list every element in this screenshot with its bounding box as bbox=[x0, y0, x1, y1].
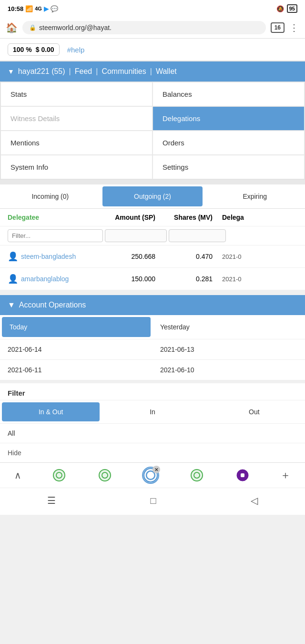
filter-in-out-btn[interactable]: In & Out bbox=[2, 402, 100, 421]
date-cell-2: 2021-0 bbox=[222, 276, 297, 283]
menu-item-delegations[interactable]: Delegations bbox=[152, 106, 305, 131]
menu-mentions-label: Mentions bbox=[10, 139, 40, 147]
date-0611-btn[interactable]: 2021-06-11 bbox=[0, 360, 152, 380]
feed-link[interactable]: Feed bbox=[75, 67, 92, 76]
home-icon[interactable]: 🏠 bbox=[6, 22, 18, 33]
status-right: 🔕 95 bbox=[276, 4, 297, 13]
menu-settings-label: Settings bbox=[163, 163, 188, 171]
delegations-table: Delegatee Amount (SP) Shares (MV) Delega… bbox=[0, 209, 305, 290]
table-row: 👤 steem-bangladesh 250.668 0.470 2021-0 bbox=[0, 245, 305, 268]
dollar-value: $ 0.00 bbox=[36, 46, 54, 53]
help-link[interactable]: #help bbox=[67, 46, 85, 54]
percent-value: 100 % bbox=[13, 46, 32, 53]
menu-stats-label: Stats bbox=[10, 90, 27, 98]
username-display[interactable]: hayat221 (55) bbox=[18, 67, 65, 76]
delegation-tabs: Incoming (0) Outgoing (2) Expiring bbox=[0, 184, 305, 209]
date-today-btn[interactable]: Today bbox=[2, 317, 151, 337]
filter-out-btn[interactable]: Out bbox=[203, 400, 305, 423]
filter-shares-placeholder bbox=[169, 229, 226, 242]
tab-expiring[interactable]: Expiring bbox=[204, 184, 305, 208]
user-link-2[interactable]: amarbanglablog bbox=[21, 275, 69, 283]
shares-cell-2: 0.281 bbox=[165, 275, 222, 283]
date-0610-btn[interactable]: 2021-06-10 bbox=[152, 360, 305, 380]
menu-balances-label: Balances bbox=[163, 90, 192, 98]
user-link-1[interactable]: steem-bangladesh bbox=[21, 253, 76, 260]
communities-link[interactable]: Communities bbox=[102, 67, 146, 76]
date-row-2: 2021-06-14 2021-06-13 bbox=[0, 339, 305, 360]
tab-incoming[interactable]: Incoming (0) bbox=[0, 184, 101, 208]
status-left: 10:58 📶 4G ▶ 💬 bbox=[8, 5, 58, 12]
shares-cell-1: 0.470 bbox=[165, 253, 222, 260]
account-operations-title: Account Operations bbox=[19, 301, 86, 309]
filter-all-option[interactable]: All bbox=[0, 424, 305, 443]
menu-item-settings[interactable]: Settings bbox=[152, 155, 305, 179]
menu-orders-label: Orders bbox=[163, 139, 184, 147]
account-operations-header: ▼ Account Operations bbox=[0, 295, 305, 315]
mute-icon: 🔕 bbox=[276, 5, 284, 12]
filter-input[interactable] bbox=[8, 229, 103, 242]
user-icon-2: 👤 bbox=[8, 274, 18, 284]
android-menu-btn[interactable]: ☰ bbox=[38, 493, 65, 508]
user-icon-1: 👤 bbox=[8, 251, 18, 262]
battery-display: 95 bbox=[287, 4, 297, 13]
close-badge[interactable]: ✕ bbox=[152, 466, 160, 473]
browser-tab-4[interactable] bbox=[234, 467, 251, 484]
user-cell-2: 👤 amarbanglablog bbox=[8, 274, 103, 284]
date-yesterday-btn[interactable]: Yesterday bbox=[152, 315, 305, 339]
top-partial-section: 100 % $ 0.00 #help bbox=[0, 39, 305, 61]
hide-section[interactable]: Hide bbox=[0, 443, 305, 462]
browser-menu-icon[interactable]: ⋮ bbox=[289, 22, 299, 33]
filter-section: Filter In & Out In Out All Hide bbox=[0, 383, 305, 462]
nav-header: ▼ hayat221 (55) | Feed | Communities | W… bbox=[0, 61, 305, 82]
browser-tab-2[interactable] bbox=[96, 467, 113, 484]
menu-witness-label: Witness Details bbox=[10, 114, 60, 123]
col-header-shares: Shares (MV) bbox=[165, 214, 222, 221]
url-bar[interactable]: 🔒 steemworld.org/@hayat. bbox=[22, 21, 266, 34]
tab-icon-4 bbox=[236, 469, 249, 482]
wallet-link[interactable]: Wallet bbox=[156, 67, 177, 76]
date-row-3: 2021-06-11 2021-06-10 bbox=[0, 360, 305, 380]
filter-row bbox=[0, 226, 305, 245]
signal-icon: 📶 bbox=[25, 5, 33, 12]
tab-count[interactable]: 16 bbox=[271, 22, 285, 33]
date-0614-btn[interactable]: 2021-06-14 bbox=[0, 339, 152, 359]
separator3: | bbox=[150, 67, 152, 76]
section-gap-1 bbox=[0, 180, 305, 184]
menu-item-mentions[interactable]: Mentions bbox=[0, 131, 152, 155]
chevron-down-icon-2: ▼ bbox=[8, 301, 15, 309]
svg-point-6 bbox=[191, 470, 203, 481]
address-bar: 🏠 🔒 steemworld.org/@hayat. 16 ⋮ bbox=[0, 17, 305, 39]
user-cell-1: 👤 steem-bangladesh bbox=[8, 251, 103, 262]
table-row: 👤 amarbanglablog 150.000 0.281 2021-0 bbox=[0, 268, 305, 290]
svg-point-0 bbox=[53, 470, 65, 481]
date-row-1: Today Yesterday bbox=[0, 315, 305, 339]
separator2: | bbox=[96, 67, 98, 76]
menu-delegations-label: Delegations bbox=[163, 114, 200, 123]
tab-icon-1 bbox=[52, 469, 66, 482]
svg-rect-9 bbox=[241, 473, 244, 477]
menu-item-witness[interactable]: Witness Details bbox=[0, 106, 152, 131]
browser-tab-3[interactable] bbox=[188, 467, 205, 484]
android-nav: ☰ □ ◁ bbox=[0, 488, 305, 515]
android-back-btn[interactable]: ◁ bbox=[241, 493, 267, 508]
amount-cell-1: 250.668 bbox=[103, 253, 165, 260]
android-home-btn[interactable]: □ bbox=[141, 493, 165, 508]
new-tab-button[interactable]: ＋ bbox=[280, 468, 291, 482]
filter-in-btn[interactable]: In bbox=[102, 400, 203, 423]
network-icon: 4G bbox=[35, 6, 42, 11]
filter-section-label: Filter bbox=[0, 383, 305, 400]
menu-item-orders[interactable]: Orders bbox=[152, 131, 305, 155]
filter-options-row: In & Out In Out bbox=[0, 400, 305, 424]
amount-cell-2: 150.000 bbox=[103, 275, 165, 283]
date-0613-btn[interactable]: 2021-06-13 bbox=[152, 339, 305, 359]
status-bar: 10:58 📶 4G ▶ 💬 🔕 95 bbox=[0, 0, 305, 17]
tab-icon-3 bbox=[190, 469, 203, 482]
browser-tab-main[interactable]: ✕ bbox=[142, 467, 159, 484]
tab-outgoing[interactable]: Outgoing (2) bbox=[102, 186, 203, 206]
browser-tab-1[interactable] bbox=[51, 467, 68, 484]
menu-item-sysinfo[interactable]: System Info bbox=[0, 155, 152, 179]
back-arrow-btn[interactable]: ∧ bbox=[14, 470, 21, 481]
menu-item-balances[interactable]: Balances bbox=[152, 82, 305, 106]
menu-item-stats[interactable]: Stats bbox=[0, 82, 152, 106]
col-header-amount: Amount (SP) bbox=[103, 214, 165, 221]
